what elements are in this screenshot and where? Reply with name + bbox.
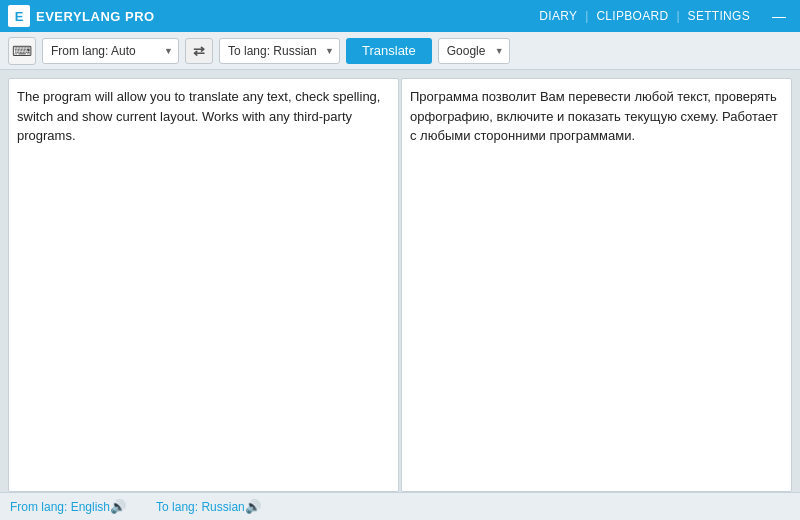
translated-text-panel[interactable]: Программа позволит Вам перевести любой т… <box>401 78 792 492</box>
to-lang-speaker-icon[interactable]: 🔊 <box>245 499 261 514</box>
title-left: E EVERYLANG PRO <box>8 5 155 27</box>
nav-settings[interactable]: SETTINGS <box>680 9 758 23</box>
title-bar: E EVERYLANG PRO DIARY | CLIPBOARD | SETT… <box>0 0 800 32</box>
engine-select[interactable]: Google Bing Yandex <box>438 38 510 64</box>
minimize-button[interactable]: — <box>766 8 792 24</box>
main-content: The program will allow you to translate … <box>0 70 800 492</box>
from-lang-speaker-icon[interactable]: 🔊 <box>110 499 126 514</box>
translated-text: Программа позволит Вам перевести любой т… <box>410 89 778 143</box>
nav-diary[interactable]: DIARY <box>531 9 585 23</box>
toolbar: ⌨ From lang: Auto From lang: English Fro… <box>0 32 800 70</box>
translate-button[interactable]: Translate <box>346 38 432 64</box>
status-to-lang: To lang: Russian <box>156 500 245 514</box>
source-text-panel[interactable]: The program will allow you to translate … <box>8 78 399 492</box>
source-text: The program will allow you to translate … <box>17 89 380 143</box>
swap-icon: ⇄ <box>193 43 205 59</box>
keyboard-icon-button[interactable]: ⌨ <box>8 37 36 65</box>
status-bar: From lang: English 🔊 To lang: Russian 🔊 <box>0 492 800 520</box>
from-lang-wrapper: From lang: Auto From lang: English From … <box>42 38 179 64</box>
engine-wrapper: Google Bing Yandex ▼ <box>438 38 510 64</box>
to-lang-select[interactable]: To lang: Russian To lang: English To lan… <box>219 38 340 64</box>
title-nav: DIARY | CLIPBOARD | SETTINGS — <box>531 8 792 24</box>
nav-clipboard[interactable]: CLIPBOARD <box>588 9 676 23</box>
app-logo: E <box>8 5 30 27</box>
status-from-lang: From lang: English <box>10 500 110 514</box>
app-title: EVERYLANG PRO <box>36 9 155 24</box>
to-lang-wrapper: To lang: Russian To lang: English To lan… <box>219 38 340 64</box>
keyboard-icon: ⌨ <box>12 43 32 59</box>
from-lang-select[interactable]: From lang: Auto From lang: English From … <box>42 38 179 64</box>
swap-languages-button[interactable]: ⇄ <box>185 38 213 64</box>
